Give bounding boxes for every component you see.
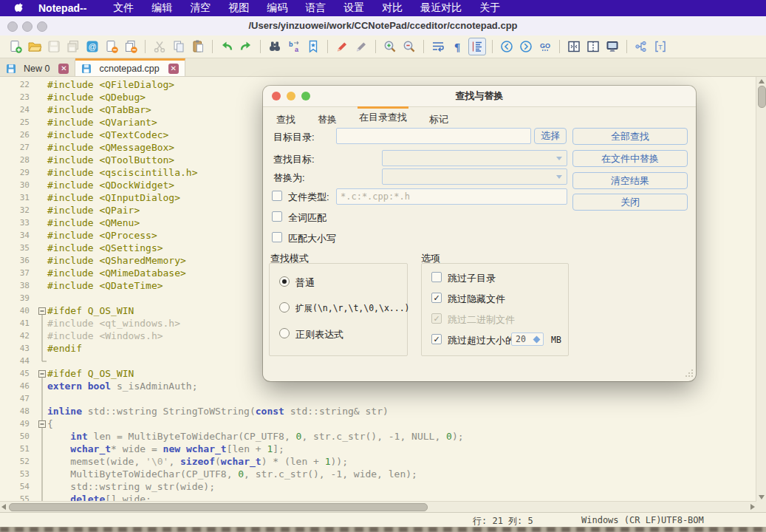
menu-items: 文件编辑清空视图编码语言设置对比最近对比关于: [104, 1, 509, 15]
menu-item[interactable]: 关于: [471, 1, 509, 15]
scroll-down-arrow-icon[interactable]: [759, 495, 765, 499]
fold-marker-icon: [37, 455, 47, 468]
menu-item[interactable]: 视图: [219, 1, 258, 15]
fold-marker-icon[interactable]: [37, 417, 47, 430]
menu-item[interactable]: 最近对比: [411, 1, 471, 15]
target-dir-input[interactable]: [336, 128, 531, 144]
replace-ab-icon[interactable]: ba: [286, 38, 302, 55]
editor-tab[interactable]: New 0✕: [0, 58, 75, 76]
skip-subdir-checkbox[interactable]: [431, 272, 442, 282]
code-text: MultiByteToWideChar(CP_UTF8, 0, str.c_st…: [47, 468, 756, 480]
line-number: 27: [0, 141, 37, 154]
menu-item[interactable]: 设置: [335, 1, 373, 15]
cut-icon[interactable]: [151, 38, 168, 55]
toolbar-separator: [423, 40, 424, 53]
line-number: 37: [0, 267, 37, 279]
close-file-icon[interactable]: [103, 38, 120, 55]
size-limit-spinbox[interactable]: 20: [511, 332, 544, 346]
paste-icon[interactable]: [190, 38, 206, 55]
zoom-out-icon[interactable]: [401, 38, 417, 55]
match-case-checkbox[interactable]: [272, 232, 282, 242]
marker-clear-icon[interactable]: [353, 38, 369, 55]
bracket-t-icon[interactable]: T: [652, 38, 668, 55]
menu-item[interactable]: 语言: [296, 1, 335, 15]
line-number: 35: [0, 242, 37, 254]
dialog-resize-grip[interactable]: [684, 369, 693, 378]
copy-icon[interactable]: [171, 38, 187, 55]
close-dialog-button[interactable]: 关闭: [572, 194, 688, 211]
word-wrap-icon[interactable]: [430, 38, 446, 55]
scroll-left-arrow-icon[interactable]: [1, 504, 6, 510]
whole-word-checkbox[interactable]: [272, 211, 282, 222]
menubar: Notepad-- 文件编辑清空视图编码语言设置对比最近对比关于: [0, 0, 766, 16]
fold-marker-icon[interactable]: [37, 304, 47, 317]
mode-regex-radio[interactable]: [279, 328, 290, 338]
redo-icon[interactable]: [238, 38, 254, 55]
menu-item[interactable]: 文件: [104, 1, 143, 15]
mode-normal-radio[interactable]: [279, 276, 290, 287]
menu-item[interactable]: 对比: [373, 1, 411, 15]
line-number: 32: [0, 204, 37, 216]
pilcrow-icon[interactable]: ¶: [449, 38, 465, 55]
vertical-scroll-thumb[interactable]: [758, 86, 766, 108]
nav-forward-icon[interactable]: [518, 38, 534, 55]
code-line: 51 wchar_t* wide = new wchar_t[len + 1];: [0, 443, 756, 455]
line-number: 45: [0, 367, 37, 380]
menu-item[interactable]: 清空: [181, 1, 219, 15]
whole-word-label: 全词匹配: [288, 211, 326, 225]
line-number: 40: [0, 304, 37, 317]
skip-oversize-checkbox[interactable]: [431, 334, 442, 344]
dialog-tab[interactable]: 在目录查找: [358, 106, 408, 126]
editor-tab[interactable]: ccnotepad.cpp✕: [75, 58, 185, 76]
monitor-icon[interactable]: [604, 38, 620, 55]
menu-item[interactable]: 编辑: [143, 1, 181, 15]
horizontal-scroll-thumb[interactable]: [9, 503, 428, 511]
save-icon[interactable]: [46, 38, 62, 55]
dialog-tab[interactable]: 替换: [316, 106, 338, 126]
code-text: inline std::wstring StringToWString(cons…: [47, 405, 756, 417]
at-badge-icon[interactable]: @: [84, 38, 100, 55]
chevron-down-icon: [556, 175, 562, 179]
close-all-icon[interactable]: [123, 38, 139, 55]
tab-close-icon[interactable]: ✕: [58, 64, 69, 74]
fold-marker-icon[interactable]: [37, 367, 47, 380]
tab-label: ccnotepad.cpp: [99, 64, 159, 74]
new-file-icon[interactable]: [7, 38, 24, 55]
file-type-checkbox[interactable]: [272, 191, 282, 201]
scroll-up-arrow-icon[interactable]: [759, 79, 765, 83]
match-case-label: 匹配大小写: [288, 232, 336, 245]
zoom-in-icon[interactable]: [382, 38, 398, 55]
app-menu-title[interactable]: Notepad--: [38, 2, 86, 14]
find-binoculars-icon[interactable]: [267, 38, 283, 55]
bookmark-star-icon[interactable]: [305, 38, 321, 55]
clear-results-button[interactable]: 清空结果: [572, 172, 688, 189]
replace-with-combobox[interactable]: [382, 168, 567, 185]
dialog-tab[interactable]: 标记: [428, 106, 450, 126]
marker-red-icon[interactable]: [334, 38, 350, 55]
find-target-combobox[interactable]: [382, 150, 567, 166]
size-limit-value: 20: [516, 334, 526, 344]
save-all-icon[interactable]: [65, 38, 81, 55]
replace-in-files-button[interactable]: 在文件中替换: [572, 150, 688, 167]
svg-text:@: @: [88, 42, 96, 51]
file-type-input[interactable]: [336, 188, 567, 205]
horizontal-scrollbar[interactable]: [0, 501, 756, 512]
choose-dir-button[interactable]: 选择: [534, 128, 567, 144]
goto-line-icon[interactable]: GO: [537, 38, 553, 55]
vertical-scrollbar[interactable]: [756, 77, 766, 502]
scroll-right-arrow-icon[interactable]: [750, 504, 755, 510]
nav-back-icon[interactable]: [499, 38, 515, 55]
indent-guide-icon[interactable]: [468, 38, 486, 55]
undo-icon[interactable]: [219, 38, 235, 55]
skip-hidden-checkbox[interactable]: [431, 293, 442, 303]
find-all-button[interactable]: 全部查找: [572, 128, 688, 145]
dashed-pane-icon[interactable]: [585, 38, 601, 55]
split-panes-icon[interactable]: [566, 38, 582, 55]
tab-close-icon[interactable]: ✕: [168, 64, 179, 74]
apple-menu-icon[interactable]: [13, 2, 25, 14]
menu-item[interactable]: 编码: [258, 1, 296, 15]
node-graph-icon[interactable]: [633, 38, 649, 55]
open-file-icon[interactable]: [27, 38, 43, 55]
mode-extended-radio[interactable]: [279, 302, 290, 313]
dialog-tab[interactable]: 查找: [275, 106, 297, 126]
